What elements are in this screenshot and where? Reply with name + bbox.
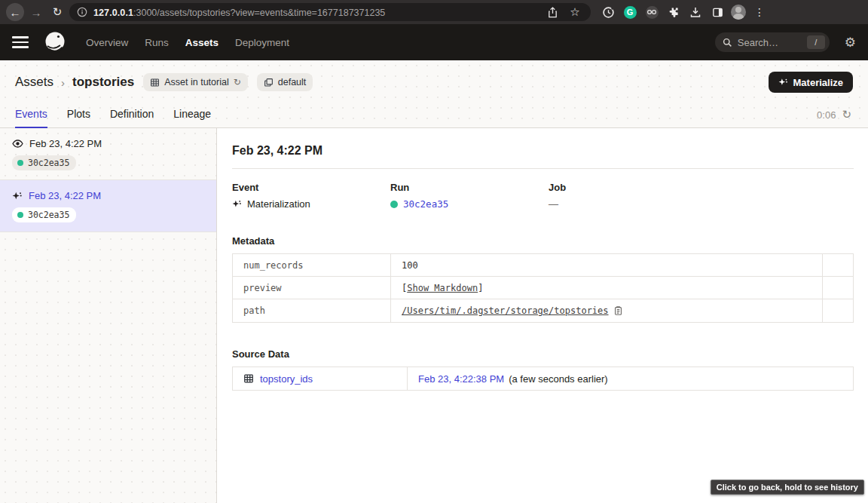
run-column: Run 30c2ea35 (390, 182, 549, 210)
show-markdown-link[interactable]: Show Markdown (407, 283, 478, 293)
event-column-label: Event (232, 182, 390, 193)
refresh-icon[interactable]: ↻ (842, 108, 851, 121)
side-panel-icon[interactable] (709, 4, 726, 20)
nav-item-assets[interactable]: Assets (185, 37, 219, 48)
share-icon[interactable] (544, 4, 561, 20)
table-row: path /Users/tim/.dagster/storage/topstor… (233, 299, 853, 322)
downloads-icon[interactable] (687, 4, 704, 20)
source-asset-link[interactable]: topstory_ids (260, 373, 313, 385)
tab-lineage[interactable]: Lineage (173, 108, 211, 128)
metadata-empty-cell (823, 299, 853, 322)
nav-item-overview[interactable]: Overview (86, 37, 128, 48)
run-status-dot (390, 201, 398, 208)
job-column: Job — (549, 182, 707, 210)
metadata-key: path (233, 299, 391, 322)
breadcrumb: Assets › topstories (15, 75, 134, 90)
clock-extension-icon[interactable] (600, 4, 616, 20)
metadata-value: 100 (402, 260, 418, 271)
app-nav-bar: Overview Runs Assets Deployment Search… … (0, 24, 868, 60)
event-type-value: Materialization (247, 198, 310, 210)
page-title: topstories (72, 75, 134, 90)
run-status-dot (17, 212, 23, 218)
event-list-item-materialization[interactable]: Feb 23, 4:22 PM 30c2ea35 (0, 180, 216, 232)
breadcrumb-separator: › (60, 76, 66, 89)
table-row: num_records 100 (233, 254, 853, 277)
source-data-table: topstory_ids Feb 23, 4:22:38 PM (a few s… (232, 367, 854, 391)
event-list-item-observation[interactable]: Feb 23, 4:22 PM 30c2ea35 (0, 128, 216, 180)
browser-profile-avatar[interactable] (731, 5, 746, 20)
run-id-tag[interactable]: 30c2ea35 (12, 207, 76, 222)
grammarly-g: G (624, 6, 637, 19)
goggles-glyph (646, 6, 659, 19)
settings-gear-icon[interactable]: ⚙ (845, 35, 856, 51)
browser-reload-button[interactable]: ↻ (48, 3, 66, 21)
run-id-label: 30c2ea35 (28, 210, 69, 220)
address-bar[interactable]: 127.0.0.1:3000/assets/topstories?view=ev… (69, 3, 591, 21)
bookmark-star-icon[interactable]: ☆ (567, 4, 583, 20)
tab-plots[interactable]: Plots (67, 108, 90, 128)
copy-path-icon[interactable] (613, 305, 623, 316)
browser-forward-button[interactable]: → (27, 3, 45, 21)
run-id-link[interactable]: 30c2ea35 (403, 198, 448, 210)
browser-back-button[interactable]: ← (6, 3, 24, 21)
search-icon (723, 38, 732, 48)
materialize-button-label: Materialize (793, 77, 843, 88)
metadata-empty-cell (823, 254, 853, 276)
job-value: — (549, 198, 558, 210)
search-shortcut-key: / (807, 35, 825, 49)
sparkle-icon (12, 191, 23, 201)
browser-back-tooltip: Click to go back, hold to see history (711, 480, 864, 495)
goggles-extension-icon[interactable] (643, 4, 660, 20)
search-input[interactable]: Search… / (715, 32, 830, 52)
metadata-table: num_records 100 preview [Show Markdown] … (232, 253, 854, 323)
primary-nav: Overview Runs Assets Deployment (86, 37, 289, 48)
site-info-icon[interactable] (77, 7, 87, 17)
url-path: :3000/assets/topstories?view=events&time… (133, 8, 385, 18)
asset-tabs: Events Plots Definition Lineage (15, 108, 211, 128)
metadata-section-title: Metadata (232, 235, 854, 247)
nav-item-deployment[interactable]: Deployment (235, 37, 289, 48)
refresh-countdown: 0:06 (817, 109, 836, 121)
nav-item-runs[interactable]: Runs (145, 37, 169, 48)
content-area: Feb 23, 4:22 PM 30c2ea35 Feb 23, 4:22 PM… (0, 128, 868, 503)
table-row: topstory_ids Feb 23, 4:22:38 PM (a few s… (233, 367, 853, 390)
run-id-tag[interactable]: 30c2ea35 (12, 155, 76, 170)
source-data-section-title: Source Data (232, 348, 854, 360)
default-group-tag-label: default (278, 77, 307, 87)
materialize-button[interactable]: Materialize (769, 72, 853, 93)
breadcrumb-assets-link[interactable]: Assets (15, 75, 53, 90)
run-id-label: 30c2ea35 (28, 158, 69, 168)
source-relative-time: (a few seconds earlier) (509, 373, 608, 385)
hamburger-menu-icon[interactable] (12, 32, 33, 53)
reload-definitions-icon[interactable]: ↻ (234, 77, 241, 87)
asset-page-header: Assets › topstories Asset in tutorial ↻ … (0, 60, 868, 128)
default-group-tag[interactable]: default (257, 73, 313, 91)
refresh-timer: 0:06 ↻ (817, 108, 860, 128)
path-link[interactable]: /Users/tim/.dagster/storage/topstories (402, 305, 609, 316)
asset-group-tag[interactable]: Asset in tutorial ↻ (143, 73, 248, 91)
extensions-puzzle-icon[interactable] (665, 4, 682, 20)
tab-definition[interactable]: Definition (110, 108, 154, 128)
back-arrow-icon: ← (10, 6, 21, 19)
event-timestamp: Feb 23, 4:22 PM (29, 190, 101, 201)
dagster-logo[interactable] (42, 29, 68, 55)
extensions-area: G ⋮ (594, 4, 768, 20)
sparkle-icon (778, 78, 788, 87)
bracket-close: ] (478, 283, 483, 293)
browser-menu-icon[interactable]: ⋮ (751, 4, 768, 20)
metadata-empty-cell (823, 277, 853, 299)
bracket-open: [ (402, 283, 407, 293)
grammarly-extension-icon[interactable]: G (622, 4, 638, 20)
search-placeholder: Search… (738, 37, 802, 48)
eye-icon (12, 138, 23, 149)
event-timestamp: Feb 23, 4:22 PM (29, 138, 102, 149)
sparkle-icon (232, 199, 242, 209)
reload-icon: ↻ (53, 5, 63, 19)
tab-events[interactable]: Events (15, 108, 47, 128)
asset-group-tag-label: Asset in tutorial (164, 77, 228, 87)
metadata-key: preview (233, 277, 391, 299)
run-status-dot (17, 160, 23, 166)
source-timestamp-link[interactable]: Feb 23, 4:22:38 PM (418, 373, 504, 385)
layers-icon (264, 78, 274, 87)
url-host: 127.0.0.1 (93, 8, 133, 18)
